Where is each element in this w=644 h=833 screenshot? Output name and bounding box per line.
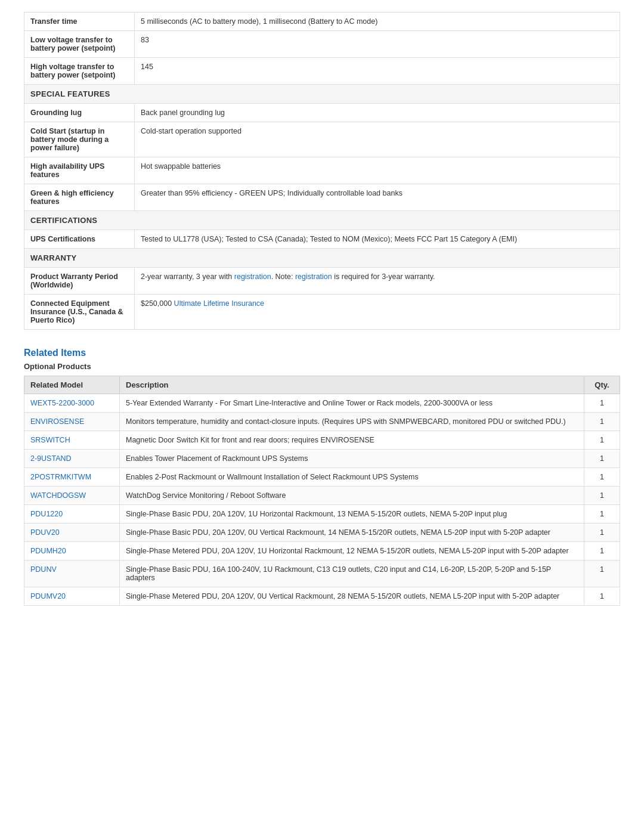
related-description: Single-Phase Metered PDU, 20A 120V, 0U V… (120, 587, 584, 606)
spec-value: Hot swappable batteries (135, 157, 620, 184)
table-row: PDUNVSingle-Phase Basic PDU, 16A 100-240… (24, 561, 620, 587)
spec-value: Back panel grounding lug (135, 104, 620, 122)
related-description: Enables 2-Post Rackmount or Wallmount In… (120, 468, 584, 487)
spec-value: Greater than 95% efficiency - GREEN UPS;… (135, 184, 620, 211)
spec-value: 5 milliseconds (AC to battery mode), 1 m… (135, 13, 620, 31)
related-model[interactable]: PDUMH20 (24, 542, 120, 561)
related-model[interactable]: SRSWITCH (24, 431, 120, 450)
related-description: WatchDog Service Monitoring / Reboot Sof… (120, 487, 584, 505)
related-qty: 1 (584, 431, 620, 450)
section-header: SPECIAL FEATURES (24, 85, 620, 104)
model-link[interactable]: SRSWITCH (30, 436, 70, 444)
model-link[interactable]: PDUMV20 (30, 592, 66, 600)
spec-value: Tested to UL1778 (USA); Tested to CSA (C… (135, 230, 620, 249)
related-qty: 1 (584, 587, 620, 606)
spec-label: High voltage transfer to battery power (… (24, 58, 135, 85)
table-row: SRSWITCHMagnetic Door Switch Kit for fro… (24, 431, 620, 450)
spec-label: Green & high efficiency features (24, 184, 135, 211)
spec-label: Low voltage transfer to battery power (s… (24, 31, 135, 58)
spec-label: UPS Certifications (24, 230, 135, 249)
related-model[interactable]: PDU1220 (24, 505, 120, 524)
related-model[interactable]: PDUNV (24, 561, 120, 587)
model-link[interactable]: PDU1220 (30, 510, 63, 518)
related-qty: 1 (584, 542, 620, 561)
registration-link-1[interactable]: registration (234, 272, 271, 281)
related-model[interactable]: 2-9USTAND (24, 450, 120, 468)
registration-link-2[interactable]: registration (295, 272, 332, 281)
col-header-model: Related Model (24, 376, 120, 394)
related-qty: 1 (584, 413, 620, 431)
table-row: WEXT5-2200-30005-Year Extended Warranty … (24, 394, 620, 413)
spec-label: Connected Equipment Insurance (U.S., Can… (24, 295, 135, 330)
related-qty: 1 (584, 394, 620, 413)
model-link[interactable]: ENVIROSENSE (30, 417, 84, 426)
section-header: WARRANTY (24, 249, 620, 268)
specs-table: Transfer time5 milliseconds (AC to batte… (24, 12, 620, 330)
related-description: 5-Year Extended Warranty - For Smart Lin… (120, 394, 584, 413)
model-link[interactable]: 2POSTRMKITWM (30, 473, 91, 481)
ultimate-lifetime-link[interactable]: Ultimate Lifetime Insurance (174, 299, 264, 308)
related-model[interactable]: PDUMV20 (24, 587, 120, 606)
spec-value: 83 (135, 31, 620, 58)
table-row: 2-9USTANDEnables Tower Placement of Rack… (24, 450, 620, 468)
table-row: 2POSTRMKITWMEnables 2-Post Rackmount or … (24, 468, 620, 487)
related-model[interactable]: 2POSTRMKITWM (24, 468, 120, 487)
related-qty: 1 (584, 505, 620, 524)
spec-label: High availability UPS features (24, 157, 135, 184)
related-description: Single-Phase Basic PDU, 20A 120V, 0U Ver… (120, 524, 584, 542)
related-qty: 1 (584, 450, 620, 468)
related-model[interactable]: ENVIROSENSE (24, 413, 120, 431)
related-description: Magnetic Door Switch Kit for front and r… (120, 431, 584, 450)
model-link[interactable]: WATCHDOGSW (30, 491, 86, 500)
related-items-title: Related Items (24, 348, 620, 358)
related-items-table: Related Model Description Qty. WEXT5-220… (24, 376, 620, 606)
spec-value: 145 (135, 58, 620, 85)
related-qty: 1 (584, 487, 620, 505)
table-row: PDUMV20Single-Phase Metered PDU, 20A 120… (24, 587, 620, 606)
col-header-description: Description (120, 376, 584, 394)
related-description: Single-Phase Basic PDU, 20A 120V, 1U Hor… (120, 505, 584, 524)
model-link[interactable]: WEXT5-2200-3000 (30, 399, 94, 407)
model-link[interactable]: 2-9USTAND (30, 454, 72, 463)
spec-label: Grounding lug (24, 104, 135, 122)
related-items-section: Related Items Optional Products Related … (24, 348, 620, 606)
table-row: ENVIROSENSEMonitors temperature, humidit… (24, 413, 620, 431)
related-qty: 1 (584, 468, 620, 487)
spec-value[interactable]: $250,000 Ultimate Lifetime Insurance (135, 295, 620, 330)
table-row: PDUMH20Single-Phase Metered PDU, 20A 120… (24, 542, 620, 561)
col-header-qty: Qty. (584, 376, 620, 394)
related-model[interactable]: WEXT5-2200-3000 (24, 394, 120, 413)
related-model[interactable]: PDUV20 (24, 524, 120, 542)
related-qty: 1 (584, 561, 620, 587)
model-link[interactable]: PDUNV (30, 565, 57, 574)
section-header: CERTIFICATIONS (24, 211, 620, 230)
related-description: Monitors temperature, humidity and conta… (120, 413, 584, 431)
optional-products-label: Optional Products (24, 362, 620, 371)
spec-label: Product Warranty Period (Worldwide) (24, 268, 135, 295)
related-model[interactable]: WATCHDOGSW (24, 487, 120, 505)
model-link[interactable]: PDUV20 (30, 528, 60, 537)
related-description: Enables Tower Placement of Rackmount UPS… (120, 450, 584, 468)
spec-value: Cold-start operation supported (135, 122, 620, 157)
related-description: Single-Phase Basic PDU, 16A 100-240V, 1U… (120, 561, 584, 587)
table-row: WATCHDOGSWWatchDog Service Monitoring / … (24, 487, 620, 505)
table-row: PDUV20Single-Phase Basic PDU, 20A 120V, … (24, 524, 620, 542)
spec-value[interactable]: 2-year warranty, 3 year with registratio… (135, 268, 620, 295)
related-description: Single-Phase Metered PDU, 20A 120V, 1U H… (120, 542, 584, 561)
model-link[interactable]: PDUMH20 (30, 547, 66, 555)
spec-label: Cold Start (startup in battery mode duri… (24, 122, 135, 157)
table-row: PDU1220Single-Phase Basic PDU, 20A 120V,… (24, 505, 620, 524)
related-qty: 1 (584, 524, 620, 542)
spec-label: Transfer time (24, 13, 135, 31)
